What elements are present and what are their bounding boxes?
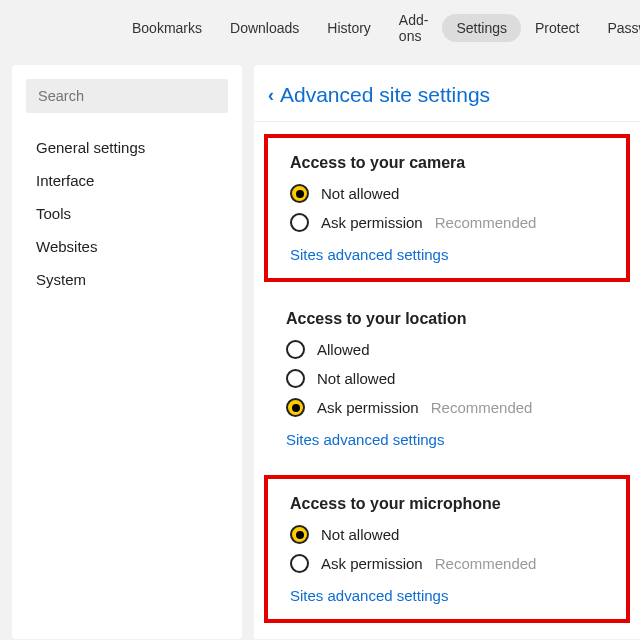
radio-icon[interactable] bbox=[286, 340, 305, 359]
back-chevron-icon[interactable]: ‹ bbox=[268, 85, 274, 106]
topnav-item-protect[interactable]: Protect bbox=[521, 14, 593, 42]
radio-icon[interactable] bbox=[290, 184, 309, 203]
topnav-item-downloads[interactable]: Downloads bbox=[216, 14, 313, 42]
radio-label: Ask permission bbox=[321, 214, 423, 231]
sites-advanced-settings-link[interactable]: Sites advanced settings bbox=[290, 587, 448, 604]
radio-label: Not allowed bbox=[321, 185, 399, 202]
body: General settingsInterfaceToolsWebsitesSy… bbox=[0, 55, 640, 639]
page-title-row: ‹ Advanced site settings bbox=[254, 83, 640, 122]
sidebar-item-websites[interactable]: Websites bbox=[26, 230, 228, 263]
sidebar-item-interface[interactable]: Interface bbox=[26, 164, 228, 197]
sites-advanced-settings-link[interactable]: Sites advanced settings bbox=[290, 246, 448, 263]
radio-option-not-allowed[interactable]: Not allowed bbox=[290, 184, 604, 203]
section-heading: Access to your location bbox=[286, 310, 608, 328]
section-access-to-your-microphone: Access to your microphoneNot allowedAsk … bbox=[264, 475, 630, 623]
topnav-item-bookmarks[interactable]: Bookmarks bbox=[118, 14, 216, 42]
radio-option-not-allowed[interactable]: Not allowed bbox=[290, 525, 604, 544]
recommended-label: Recommended bbox=[435, 214, 537, 231]
topnav-item-history[interactable]: History bbox=[313, 14, 385, 42]
sites-advanced-settings-link[interactable]: Sites advanced settings bbox=[286, 431, 444, 448]
radio-icon[interactable] bbox=[290, 554, 309, 573]
search-input[interactable] bbox=[26, 79, 228, 113]
topnav-item-add-ons[interactable]: Add-ons bbox=[385, 6, 443, 50]
radio-option-allowed[interactable]: Allowed bbox=[286, 340, 608, 359]
radio-icon[interactable] bbox=[286, 398, 305, 417]
topnav-item-passwords[interactable]: Passwords bbox=[593, 14, 640, 42]
main-panel: ‹ Advanced site settings Access to your … bbox=[254, 65, 640, 639]
radio-icon[interactable] bbox=[286, 369, 305, 388]
sidebar-item-general-settings[interactable]: General settings bbox=[26, 131, 228, 164]
radio-option-ask-permission[interactable]: Ask permissionRecommended bbox=[286, 398, 608, 417]
section-access-to-your-location: Access to your locationAllowedNot allowe… bbox=[264, 294, 630, 463]
top-nav: BookmarksDownloadsHistoryAdd-onsSettings… bbox=[0, 0, 640, 55]
radio-option-ask-permission[interactable]: Ask permissionRecommended bbox=[290, 554, 604, 573]
recommended-label: Recommended bbox=[435, 555, 537, 572]
radio-option-ask-permission[interactable]: Ask permissionRecommended bbox=[290, 213, 604, 232]
sidebar-item-system[interactable]: System bbox=[26, 263, 228, 296]
radio-icon[interactable] bbox=[290, 213, 309, 232]
radio-label: Not allowed bbox=[317, 370, 395, 387]
section-heading: Access to your camera bbox=[290, 154, 604, 172]
recommended-label: Recommended bbox=[431, 399, 533, 416]
radio-option-not-allowed[interactable]: Not allowed bbox=[286, 369, 608, 388]
section-heading: Access to your microphone bbox=[290, 495, 604, 513]
sidebar-list: General settingsInterfaceToolsWebsitesSy… bbox=[26, 131, 228, 296]
radio-label: Ask permission bbox=[317, 399, 419, 416]
topnav-item-settings[interactable]: Settings bbox=[442, 14, 521, 42]
section-access-to-your-camera: Access to your cameraNot allowedAsk perm… bbox=[264, 134, 630, 282]
radio-label: Ask permission bbox=[321, 555, 423, 572]
radio-icon[interactable] bbox=[290, 525, 309, 544]
radio-label: Allowed bbox=[317, 341, 370, 358]
radio-label: Not allowed bbox=[321, 526, 399, 543]
page-title[interactable]: Advanced site settings bbox=[280, 83, 490, 107]
sidebar-item-tools[interactable]: Tools bbox=[26, 197, 228, 230]
sidebar: General settingsInterfaceToolsWebsitesSy… bbox=[12, 65, 242, 639]
